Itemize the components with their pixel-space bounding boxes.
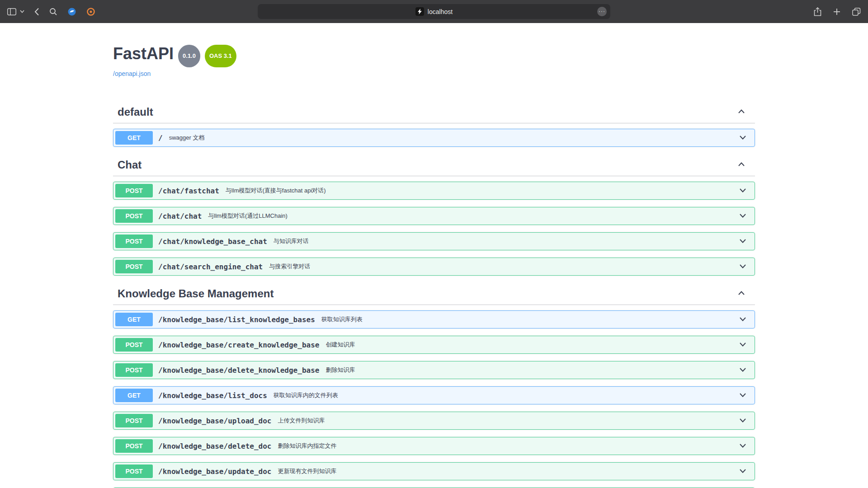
operation-row[interactable]: POST /chat/chat 与llm模型对话(通过LLMChain) — [113, 207, 755, 225]
api-section: Chat POST /chat/fastchat 与llm模型对话(直接与fas… — [113, 154, 755, 276]
operation-description: 获取知识库列表 — [321, 315, 363, 324]
operation-row[interactable]: POST /knowledge_base/delete_doc 删除知识库内指定… — [113, 437, 755, 455]
operation-row[interactable]: POST /knowledge_base/update_doc 更新现有文件到知… — [113, 462, 755, 480]
operation-summary-bar: POST /chat/chat 与llm模型对话(通过LLMChain) — [113, 207, 755, 225]
url-text: localhost — [428, 8, 453, 15]
url-bar[interactable]: localhost ··· — [258, 4, 610, 19]
operation-summary-bar: POST /knowledge_base/delete_doc 删除知识库内指定… — [113, 437, 755, 455]
api-section: default GET / swagger 文档 — [113, 101, 755, 147]
operation-description: 删除知识库 — [326, 366, 355, 374]
toolbar-right-group — [758, 6, 862, 17]
operation-row[interactable]: GET /knowledge_base/list_docs 获取知识库内的文件列… — [113, 386, 755, 404]
operation-description: swagger 文档 — [169, 134, 205, 142]
operation-row[interactable]: POST /knowledge_base/delete_knowledge_ba… — [113, 361, 755, 379]
operation-row[interactable]: POST /knowledge_base/upload_doc 上传文件到知识库 — [113, 412, 755, 430]
operation-description: 获取知识库内的文件列表 — [274, 391, 338, 399]
operation-row[interactable]: POST /chat/fastchat 与llm模型对话(直接与fastchat… — [113, 182, 755, 200]
operation-row[interactable]: POST /chat/search_engine_chat 与搜索引擎对话 — [113, 258, 755, 276]
sidebar-menu-chevron[interactable] — [19, 9, 25, 14]
operation-description: 与搜索引擎对话 — [269, 263, 310, 271]
operation-path: / — [158, 134, 163, 142]
operation-summary-bar: POST /knowledge_base/upload_doc 上传文件到知识库 — [113, 412, 755, 429]
chevron-down-icon — [738, 365, 747, 374]
section-operations: GET /knowledge_base/list_knowledge_bases… — [113, 305, 755, 488]
sidebar-icon — [7, 8, 16, 15]
toolbar-left-group — [6, 6, 110, 17]
expand-operation-button[interactable] — [733, 441, 753, 451]
operation-description: 删除知识库内指定文件 — [278, 442, 336, 450]
chevron-up-icon — [737, 289, 746, 298]
new-tab-button[interactable] — [832, 7, 841, 16]
expand-operation-button[interactable] — [733, 466, 753, 477]
expand-operation-button[interactable] — [733, 340, 753, 350]
chevron-down-icon — [738, 340, 747, 349]
collapse-section-button[interactable] — [734, 160, 749, 170]
operation-summary-bar: GET /knowledge_base/list_docs 获取知识库内的文件列… — [113, 387, 755, 404]
operation-summary-bar: POST /knowledge_base/delete_knowledge_ba… — [113, 361, 755, 379]
back-button[interactable] — [33, 7, 40, 17]
section-title: Knowledge Base Management — [118, 287, 274, 300]
method-badge: GET — [115, 131, 153, 145]
lightning-icon — [417, 9, 422, 14]
method-badge: POST — [115, 465, 153, 478]
operation-description: 创建知识库 — [326, 341, 355, 349]
browser-toolbar: localhost ··· — [0, 0, 868, 23]
page-options-button[interactable]: ··· — [597, 7, 607, 16]
blue-extension-icon — [67, 7, 76, 16]
api-section: Knowledge Base Management GET /knowledge… — [113, 283, 755, 488]
section-operations: GET / swagger 文档 — [113, 123, 755, 147]
operation-summary-bar: GET /knowledge_base/list_knowledge_bases… — [113, 311, 755, 328]
expand-operation-button[interactable] — [733, 133, 753, 143]
operation-row[interactable]: GET /knowledge_base/list_knowledge_bases… — [113, 310, 755, 328]
expand-operation-button[interactable] — [733, 186, 753, 196]
chevron-down-icon — [738, 314, 747, 324]
orange-extension-button[interactable] — [85, 6, 96, 17]
expand-operation-button[interactable] — [733, 211, 753, 221]
method-badge: GET — [115, 389, 153, 402]
share-icon — [814, 7, 821, 16]
operation-path: /knowledge_base/list_docs — [158, 391, 267, 400]
expand-operation-button[interactable] — [733, 365, 753, 375]
section-header[interactable]: default — [113, 101, 755, 123]
method-badge: POST — [115, 363, 153, 377]
expand-operation-button[interactable] — [733, 390, 753, 401]
section-header[interactable]: Chat — [113, 154, 755, 176]
chevron-down-icon — [738, 211, 747, 220]
api-title-text: FastAPI — [113, 44, 174, 64]
method-badge: POST — [115, 338, 153, 352]
browser-window: localhost ··· — [0, 0, 868, 488]
operation-path: /chat/fastchat — [158, 187, 219, 195]
expand-operation-button[interactable] — [733, 236, 753, 247]
version-badge: 0.1.0 — [178, 45, 200, 67]
orange-extension-icon — [86, 7, 95, 16]
operation-row[interactable]: GET / swagger 文档 — [113, 129, 755, 147]
operation-path: /chat/search_engine_chat — [158, 263, 263, 271]
method-badge: GET — [115, 313, 153, 326]
search-icon — [49, 8, 57, 16]
operation-summary-bar: POST /chat/search_engine_chat 与搜索引擎对话 — [113, 258, 755, 275]
operation-description: 上传文件到知识库 — [278, 417, 325, 425]
operation-description: 与llm模型对话(通过LLMChain) — [208, 212, 288, 220]
sidebar-toggle-button[interactable] — [6, 7, 17, 16]
method-badge: POST — [115, 414, 153, 427]
collapse-section-button[interactable] — [734, 107, 749, 117]
operation-description: 与知识库对话 — [274, 237, 309, 245]
chevron-up-icon — [737, 107, 746, 116]
collapse-section-button[interactable] — [734, 289, 749, 299]
chevron-down-icon — [738, 390, 747, 399]
expand-operation-button[interactable] — [733, 416, 753, 426]
blue-extension-button[interactable] — [66, 6, 77, 17]
section-header[interactable]: Knowledge Base Management — [113, 283, 755, 305]
operation-row[interactable]: POST /chat/knowledge_base_chat 与知识库对话 — [113, 232, 755, 250]
share-button[interactable] — [813, 6, 822, 17]
expand-operation-button[interactable] — [733, 314, 753, 325]
openapi-json-link[interactable]: /openapi.json — [113, 70, 151, 77]
tab-overview-button[interactable] — [851, 7, 862, 17]
expand-operation-button[interactable] — [733, 262, 753, 272]
oas-badge: OAS 3.1 — [205, 45, 236, 67]
operation-summary-bar: POST /knowledge_base/create_knowledge_ba… — [113, 336, 755, 353]
search-button[interactable] — [48, 7, 58, 17]
chevron-down-icon — [738, 441, 747, 450]
operation-summary-bar: POST /chat/fastchat 与llm模型对话(直接与fastchat… — [113, 182, 755, 199]
operation-row[interactable]: POST /knowledge_base/create_knowledge_ba… — [113, 336, 755, 354]
